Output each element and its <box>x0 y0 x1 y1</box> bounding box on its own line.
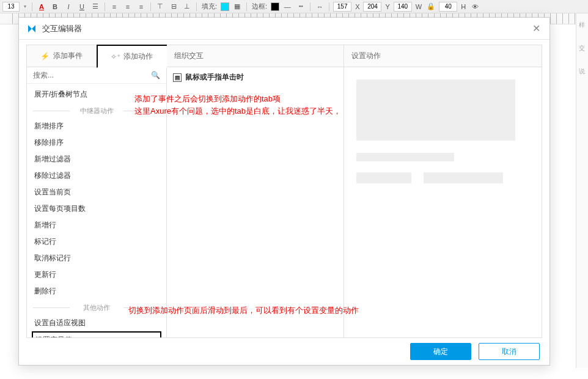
h-input[interactable] <box>439 2 457 12</box>
action-remove-filter[interactable]: 移除过滤器 <box>27 167 166 184</box>
y-label: Y <box>384 3 391 10</box>
italic-icon[interactable]: I <box>63 1 74 12</box>
action-add-row[interactable]: 新增行 <box>27 217 166 234</box>
axure-logo-icon <box>26 23 37 34</box>
action-set-current-page[interactable]: 设置当前页 <box>27 184 166 201</box>
font-size-input[interactable] <box>2 2 20 12</box>
ok-button[interactable]: 确定 <box>410 343 471 360</box>
tab-add-event[interactable]: ⚡ 添加事件 <box>27 45 97 67</box>
right-panel: 设置动作 <box>344 45 542 338</box>
w-label: W <box>414 3 423 10</box>
action-unmark-row[interactable]: 取消标记行 <box>27 250 166 267</box>
border-width-icon[interactable]: — <box>282 1 293 12</box>
search-icon: 🔍 <box>151 71 160 79</box>
fill-color-picker[interactable] <box>221 2 229 11</box>
action-add-filter[interactable]: 新增过滤器 <box>27 151 166 167</box>
arrow-icon[interactable]: ↔ <box>314 1 325 12</box>
action-set-adaptive-view[interactable]: 设置自适应视图 <box>27 315 166 331</box>
dialog-footer: 确定 取消 <box>19 338 549 365</box>
fill-label: 填充: <box>200 2 218 11</box>
valign-top-icon[interactable]: ⊤ <box>155 1 166 12</box>
close-button[interactable]: ✕ <box>530 23 542 35</box>
x-label: X <box>354 3 361 10</box>
underline-icon[interactable]: U <box>76 1 87 12</box>
action-mark-row[interactable]: 标记行 <box>27 234 166 250</box>
bold-icon[interactable]: B <box>50 1 61 12</box>
dialog-title: 交互编辑器 <box>42 23 530 34</box>
tab-add-action[interactable]: ✧⁺ 添加动作 <box>97 45 167 68</box>
right-panel-header: 设置动作 <box>344 45 542 67</box>
mid-panel-header: 组织交互 <box>167 45 344 67</box>
dropdown-icon[interactable]: ▾ <box>22 4 28 9</box>
w-input[interactable] <box>394 2 412 12</box>
top-toolbar: ▾ A B I U ☰ ≡ ≡ ≡ ⊤ ⊟ ⊥ 填充: ▦ 边框: — ┅ ↔ … <box>0 0 588 13</box>
action-update-row[interactable]: 更新行 <box>27 267 166 283</box>
align-left-icon[interactable]: ≡ <box>109 1 120 12</box>
right-side-panel: 样 交 说 <box>576 13 588 368</box>
cancel-button[interactable]: 取消 <box>479 343 540 360</box>
action-set-variable[interactable]: 设置变量值 <box>32 331 161 337</box>
left-panel: ⚡ 添加事件 ✧⁺ 添加动作 🔍 展开/折叠树节点 中继器动作 新增排序 移除排… <box>26 45 167 338</box>
action-expand-tree[interactable]: 展开/折叠树节点 <box>27 86 166 103</box>
y-input[interactable] <box>363 2 381 12</box>
event-row[interactable]: ▤ 鼠标或手指单击时 <box>167 67 344 87</box>
dialog-header: 交互编辑器 ✕ <box>19 18 549 40</box>
border-style-icon[interactable]: ┅ <box>295 1 306 12</box>
align-center-icon[interactable]: ≡ <box>122 1 133 12</box>
action-set-items-per-page[interactable]: 设置每页项目数 <box>27 201 166 217</box>
group-repeater: 中继器动作 <box>27 103 166 118</box>
action-remove-sort[interactable]: 移除排序 <box>27 134 166 151</box>
configure-action-placeholder <box>344 67 542 196</box>
fill-image-icon[interactable]: ▦ <box>232 1 243 12</box>
font-color-icon[interactable]: A <box>36 1 47 12</box>
search-input[interactable] <box>33 71 151 79</box>
search-row: 🔍 <box>27 67 166 84</box>
action-list[interactable]: 展开/折叠树节点 中继器动作 新增排序 移除排序 新增过滤器 移除过滤器 设置当… <box>27 84 166 337</box>
action-add-sort[interactable]: 新增排序 <box>27 118 166 134</box>
event-type-icon: ▤ <box>173 73 182 82</box>
x-input[interactable] <box>333 2 351 12</box>
lightning-icon: ⚡ <box>41 52 50 61</box>
lock-icon[interactable]: 🔒 <box>425 1 436 12</box>
wand-icon: ✧⁺ <box>111 53 120 61</box>
tab-add-event-label: 添加事件 <box>53 51 83 61</box>
tabs-row: ⚡ 添加事件 ✧⁺ 添加动作 <box>27 45 166 67</box>
action-delete-row[interactable]: 删除行 <box>27 283 166 300</box>
event-name-label: 鼠标或手指单击时 <box>185 72 244 83</box>
border-color-picker[interactable] <box>271 2 279 11</box>
tab-add-action-label: 添加动作 <box>123 51 153 62</box>
valign-mid-icon[interactable]: ⊟ <box>168 1 179 12</box>
border-label: 边框: <box>251 2 268 11</box>
valign-bottom-icon[interactable]: ⊥ <box>182 1 193 12</box>
middle-panel: 组织交互 ▤ 鼠标或手指单击时 <box>167 45 344 338</box>
group-other: 其他动作 <box>27 300 166 315</box>
h-label: H <box>460 3 467 10</box>
bullet-list-icon[interactable]: ☰ <box>90 1 101 12</box>
interaction-editor-dialog: 交互编辑器 ✕ ⚡ 添加事件 ✧⁺ 添加动作 🔍 展开/折叠树节点 <box>18 17 550 366</box>
visibility-icon[interactable]: 👁 <box>469 1 480 12</box>
align-right-icon[interactable]: ≡ <box>136 1 147 12</box>
